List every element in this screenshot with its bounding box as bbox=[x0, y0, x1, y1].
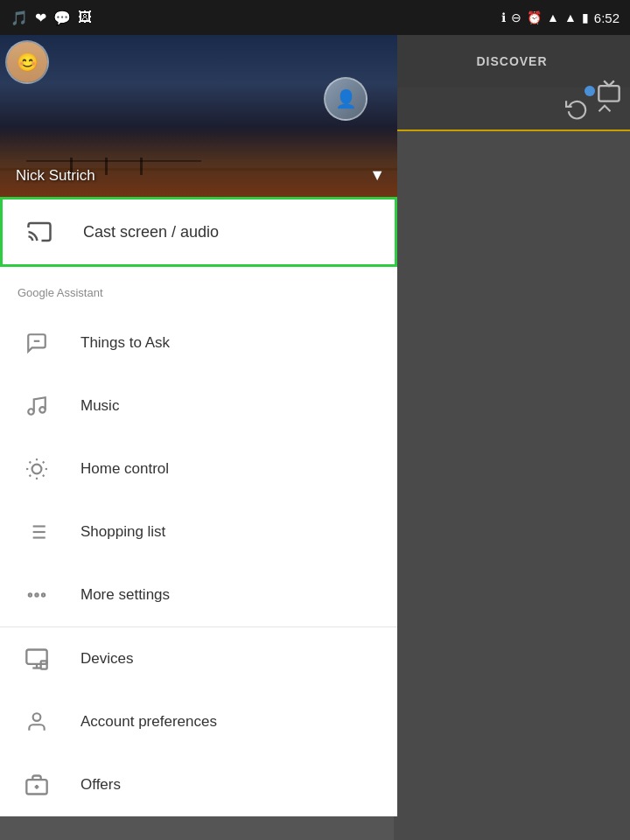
profile-dropdown-icon[interactable]: ▼ bbox=[369, 166, 385, 185]
avatar-face: 😊 bbox=[7, 42, 47, 82]
svg-rect-0 bbox=[598, 86, 619, 102]
music-item[interactable]: Music bbox=[0, 374, 397, 438]
lightbulb-icon bbox=[18, 450, 56, 488]
cast-screen-icon-right bbox=[597, 79, 621, 103]
svg-point-22 bbox=[42, 593, 45, 596]
app-icon-2: ❤ bbox=[35, 10, 46, 26]
shopping-list-label: Shopping list bbox=[80, 523, 165, 541]
chat-icon bbox=[18, 324, 56, 362]
status-time: 6:52 bbox=[594, 10, 620, 25]
account-preferences-item[interactable]: Account preferences bbox=[0, 690, 397, 753]
list-icon bbox=[18, 513, 56, 551]
signal-icon: ▲ bbox=[564, 10, 577, 24]
svg-line-13 bbox=[43, 462, 45, 464]
top-right-avatar: 👤 bbox=[324, 77, 368, 121]
wifi-icon: ▲ bbox=[547, 10, 559, 24]
cast-icon bbox=[20, 213, 59, 251]
home-control-item[interactable]: Home control bbox=[0, 438, 397, 500]
avatar-small: 😊 bbox=[5, 40, 49, 84]
account-preferences-label: Account preferences bbox=[80, 713, 217, 731]
drawer: 😊 Nick Sutrich ▼ 👤 Cast screen / audio G… bbox=[0, 35, 397, 840]
svg-point-5 bbox=[32, 465, 42, 474]
music-icon bbox=[18, 387, 56, 425]
google-assistant-label: Google Assistant bbox=[0, 267, 397, 312]
battery-icon: ▮ bbox=[582, 10, 589, 24]
avatar-image: 👤 bbox=[326, 79, 366, 119]
home-control-label: Home control bbox=[80, 460, 169, 478]
offers-label: Offers bbox=[80, 776, 121, 794]
svg-line-12 bbox=[30, 475, 32, 477]
svg-line-9 bbox=[43, 475, 45, 477]
devices-icon bbox=[18, 640, 56, 678]
offers-icon bbox=[18, 766, 56, 804]
bluetooth-icon: ℹ bbox=[501, 10, 506, 24]
status-bar-left: 🎵 ❤ 💬 🖼 bbox=[10, 10, 92, 26]
account-icon bbox=[18, 703, 56, 741]
discover-title: DISCOVER bbox=[408, 54, 616, 68]
svg-line-8 bbox=[30, 462, 32, 464]
offers-item[interactable]: Offers bbox=[0, 753, 397, 816]
things-to-ask-label: Things to Ask bbox=[80, 334, 170, 352]
devices-badge-area bbox=[584, 79, 621, 103]
sunset-overlay bbox=[0, 127, 397, 197]
devices-label: Devices bbox=[80, 650, 133, 668]
more-icon bbox=[18, 576, 56, 614]
svg-point-27 bbox=[33, 713, 41, 721]
alarm-icon: ⏰ bbox=[527, 10, 542, 24]
svg-point-4 bbox=[39, 407, 46, 413]
app-icon-3: 💬 bbox=[53, 10, 71, 26]
drawer-menu: Cast screen / audio Google Assistant Thi… bbox=[0, 197, 397, 816]
app-icon-1: 🎵 bbox=[10, 10, 28, 26]
more-settings-item[interactable]: More settings bbox=[0, 564, 397, 626]
right-panel: DISCOVER bbox=[394, 35, 630, 840]
cast-item-label: Cast screen / audio bbox=[83, 223, 219, 242]
svg-point-21 bbox=[35, 593, 38, 596]
shopping-list-item[interactable]: Shopping list bbox=[0, 500, 397, 564]
profile-name: Nick Sutrich bbox=[16, 167, 95, 185]
music-label: Music bbox=[80, 397, 119, 415]
minus-icon: ⊖ bbox=[511, 10, 522, 24]
things-to-ask-item[interactable]: Things to Ask bbox=[0, 312, 397, 374]
svg-point-3 bbox=[28, 409, 34, 415]
cast-screen-item[interactable]: Cast screen / audio bbox=[0, 197, 397, 267]
more-settings-label: More settings bbox=[80, 586, 170, 604]
devices-item[interactable]: Devices bbox=[0, 627, 397, 690]
status-bar: 🎵 ❤ 💬 🖼 ℹ ⊖ ⏰ ▲ ▲ ▮ 6:52 bbox=[0, 0, 630, 35]
svg-point-20 bbox=[29, 593, 32, 596]
app-icon-4: 🖼 bbox=[78, 10, 92, 25]
status-bar-right: ℹ ⊖ ⏰ ▲ ▲ ▮ 6:52 bbox=[501, 10, 620, 25]
